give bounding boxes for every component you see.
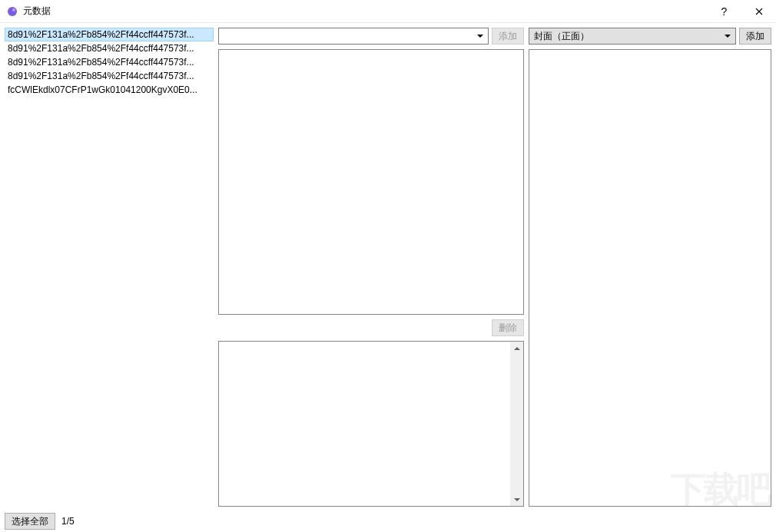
list-item[interactable]: fcCWlEkdlx07CFrP1wGk01041200KgvX0E0... [5,83,214,97]
cover-type-combo[interactable]: 封面（正面） [529,28,736,45]
right-top-row: 封面（正面） 添加 [529,28,771,45]
delete-field-button: 删除 [492,319,524,336]
content-area: 8d91%2F131a%2Fb854%2Ff44ccff447573f... 8… [0,23,776,511]
middle-delete-row: 删除 [218,319,524,336]
help-button[interactable]: ? [707,0,741,23]
close-button[interactable] [741,0,776,23]
list-item[interactable]: 8d91%2F131a%2Fb854%2Ff44ccff447573f... [5,55,214,69]
item-counter: 1/5 [61,516,75,527]
titlebar: 元数据 ? [0,0,776,23]
middle-top-row: 添加 [218,28,524,45]
select-all-button[interactable]: 选择全部 [5,513,55,530]
app-icon [6,5,18,18]
svg-point-1 [12,8,15,12]
add-cover-button[interactable]: 添加 [739,28,771,45]
scroll-up-icon[interactable] [510,342,523,355]
list-item[interactable]: 8d91%2F131a%2Fb854%2Ff44ccff447573f... [5,41,214,55]
cover-preview[interactable] [529,49,771,507]
metadata-value-editor[interactable] [218,341,524,507]
window-title: 元数据 [23,5,51,18]
add-field-button: 添加 [492,28,524,45]
list-item[interactable]: 8d91%2F131a%2Fb854%2Ff44ccff447573f... [5,28,214,41]
scroll-down-icon[interactable] [510,493,523,506]
svg-point-0 [8,7,17,16]
file-list[interactable]: 8d91%2F131a%2Fb854%2Ff44ccff447573f... 8… [5,28,214,507]
metadata-values-list[interactable] [218,49,524,315]
left-column: 8d91%2F131a%2Fb854%2Ff44ccff447573f... 8… [5,28,214,507]
combo-value: 封面（正面） [534,30,589,43]
list-item[interactable]: 8d91%2F131a%2Fb854%2Ff44ccff447573f... [5,69,214,83]
middle-column: 添加 删除 [218,28,524,507]
metadata-field-combo[interactable] [218,28,489,45]
scrollbar-vertical[interactable] [510,342,523,506]
right-column: 封面（正面） 添加 [529,28,771,507]
bottombar: 选择全部 1/5 [0,511,776,532]
